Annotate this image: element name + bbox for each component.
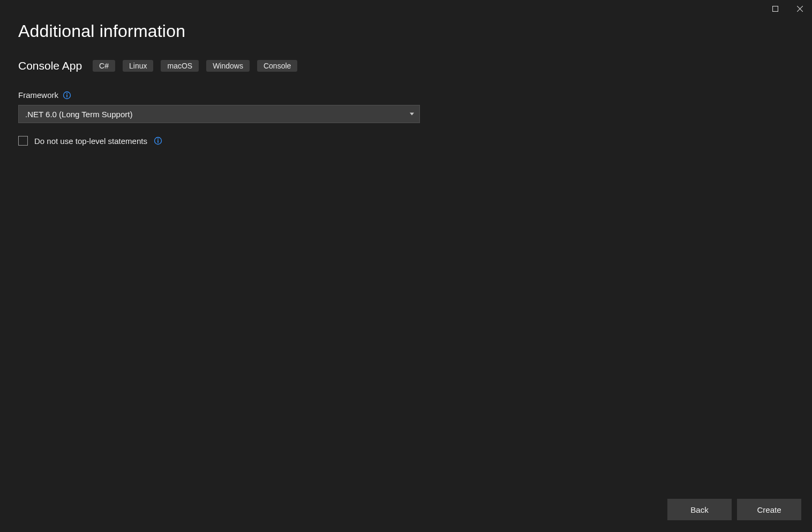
window-controls	[763, 0, 812, 17]
template-tag: C#	[93, 60, 115, 72]
svg-point-7	[157, 139, 159, 140]
framework-selected-value: .NET 6.0 (Long Term Support)	[25, 110, 132, 119]
maximize-button[interactable]	[763, 0, 787, 17]
info-icon[interactable]	[63, 91, 71, 100]
svg-rect-8	[157, 140, 159, 143]
main-content: Additional information Console App C# Li…	[18, 21, 794, 146]
top-level-statements-row: Do not use top-level statements	[18, 136, 794, 146]
template-tag: macOS	[161, 60, 199, 72]
page-title: Additional information	[18, 21, 794, 41]
top-level-statements-label: Do not use top-level statements	[34, 136, 147, 146]
back-button[interactable]: Back	[667, 499, 732, 520]
framework-dropdown[interactable]: .NET 6.0 (Long Term Support)	[18, 105, 420, 123]
top-level-statements-checkbox[interactable]	[18, 136, 28, 146]
close-button[interactable]	[787, 0, 812, 17]
template-tag: Linux	[123, 60, 153, 72]
info-icon[interactable]	[154, 136, 162, 145]
template-header-row: Console App C# Linux macOS Windows Conso…	[18, 59, 794, 72]
template-tag: Windows	[206, 60, 250, 72]
svg-rect-5	[66, 94, 67, 97]
footer-buttons: Back Create	[667, 499, 801, 520]
create-button[interactable]: Create	[737, 499, 801, 520]
svg-point-4	[66, 93, 67, 94]
template-name: Console App	[18, 59, 82, 72]
framework-label: Framework	[18, 90, 58, 100]
chevron-down-icon	[410, 113, 414, 116]
framework-label-row: Framework	[18, 90, 794, 100]
template-tag: Console	[257, 60, 297, 72]
svg-rect-0	[772, 6, 778, 11]
